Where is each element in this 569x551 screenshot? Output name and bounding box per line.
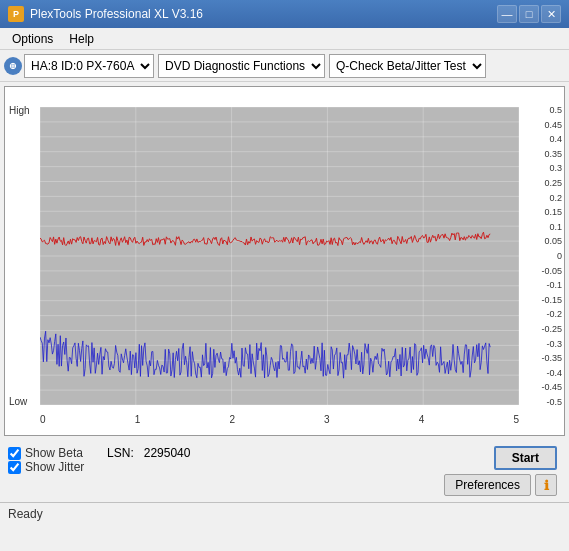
- maximize-button[interactable]: □: [519, 5, 539, 23]
- function-dropdown[interactable]: DVD Diagnostic Functions: [158, 54, 325, 78]
- chart-low-label: Low: [9, 396, 27, 407]
- drive-dropdown[interactable]: HA:8 ID:0 PX-760A: [24, 54, 154, 78]
- lsn-value: 2295040: [144, 446, 191, 460]
- title-bar: P PlexTools Professional XL V3.16 — □ ✕: [0, 0, 569, 28]
- show-beta-row: Show Beta LSN: 2295040: [8, 446, 190, 460]
- show-jitter-label: Show Jitter: [25, 460, 84, 474]
- toolbar: ⊕ HA:8 ID:0 PX-760A DVD Diagnostic Funct…: [0, 50, 569, 82]
- chart-high-label: High: [9, 105, 30, 116]
- start-button[interactable]: Start: [494, 446, 557, 470]
- drive-select-group: ⊕ HA:8 ID:0 PX-760A: [4, 54, 154, 78]
- title-controls[interactable]: — □ ✕: [497, 5, 561, 23]
- chart-canvas: [40, 107, 519, 405]
- y-axis-right: 0.5 0.45 0.4 0.35 0.3 0.25 0.2 0.15 0.1 …: [541, 105, 562, 407]
- show-jitter-checkbox[interactable]: [8, 461, 21, 474]
- show-jitter-row: Show Jitter: [8, 460, 190, 474]
- title-bar-left: P PlexTools Professional XL V3.16: [8, 6, 203, 22]
- show-beta-label: Show Beta: [25, 446, 83, 460]
- menu-options[interactable]: Options: [4, 30, 61, 48]
- menu-help[interactable]: Help: [61, 30, 102, 48]
- window-title: PlexTools Professional XL V3.16: [30, 7, 203, 21]
- lsn-label: LSN:: [107, 446, 134, 460]
- test-dropdown[interactable]: Q-Check Beta/Jitter Test: [329, 54, 486, 78]
- minimize-button[interactable]: —: [497, 5, 517, 23]
- status-bar: Ready: [0, 502, 569, 524]
- menu-bar: Options Help: [0, 28, 569, 50]
- close-button[interactable]: ✕: [541, 5, 561, 23]
- chart-container: High Low 0.5 0.45 0.4 0.35 0.3 0.25 0.2 …: [4, 86, 565, 436]
- status-text: Ready: [8, 507, 43, 521]
- app-icon: P: [8, 6, 24, 22]
- show-beta-checkbox[interactable]: [8, 447, 21, 460]
- x-axis-labels: 0 1 2 3 4 5: [40, 414, 519, 425]
- bottom-panel: Show Beta LSN: 2295040 Show Jitter Start…: [0, 440, 569, 502]
- info-button[interactable]: ℹ: [535, 474, 557, 496]
- drive-icon: ⊕: [4, 57, 22, 75]
- preferences-button[interactable]: Preferences: [444, 474, 531, 496]
